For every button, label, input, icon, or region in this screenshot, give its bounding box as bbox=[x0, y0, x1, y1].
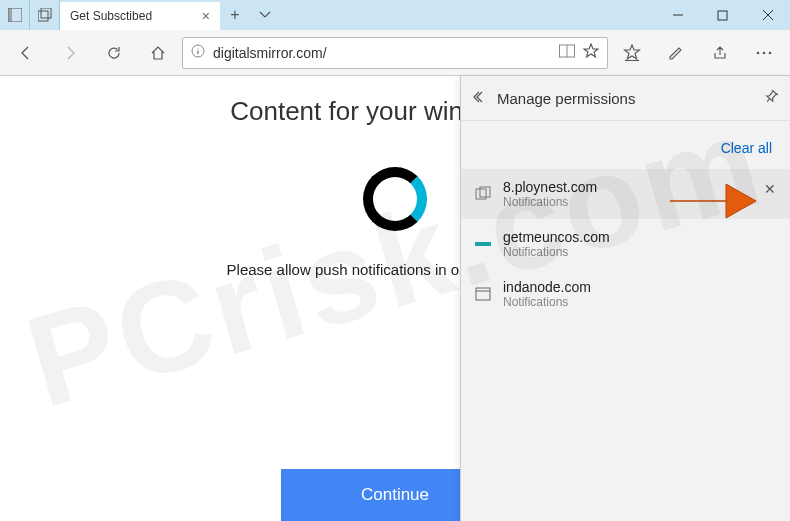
svg-point-17 bbox=[769, 51, 772, 54]
svg-rect-20 bbox=[475, 242, 491, 246]
more-icon[interactable] bbox=[744, 35, 784, 71]
address-bar[interactable]: digitalsmirror.com/ bbox=[182, 37, 608, 69]
minimize-button[interactable] bbox=[655, 0, 700, 30]
permission-text-wrap: 8.ploynest.com Notifications bbox=[503, 179, 597, 209]
site-icon bbox=[473, 184, 493, 204]
site-info-icon[interactable] bbox=[191, 44, 205, 61]
permission-domain: getmeuncos.com bbox=[503, 229, 610, 245]
permission-sub: Notifications bbox=[503, 245, 610, 259]
permission-item[interactable]: indanode.com Notifications bbox=[461, 269, 790, 319]
permission-sub: Notifications bbox=[503, 295, 591, 309]
remove-permission-icon[interactable]: ✕ bbox=[764, 181, 776, 197]
browser-toolbar: digitalsmirror.com/ bbox=[0, 30, 790, 76]
refresh-button[interactable] bbox=[94, 35, 134, 71]
permission-sub: Notifications bbox=[503, 195, 597, 209]
window-titlebar: Get Subsctibed × + bbox=[0, 0, 790, 30]
browser-tab[interactable]: Get Subsctibed × bbox=[60, 2, 220, 30]
maximize-button[interactable] bbox=[700, 0, 745, 30]
permission-text-wrap: getmeuncos.com Notifications bbox=[503, 229, 610, 259]
permission-domain: 8.ploynest.com bbox=[503, 179, 597, 195]
favorites-icon[interactable] bbox=[612, 35, 652, 71]
permissions-panel: Manage permissions Clear all 8.ploynest.… bbox=[460, 76, 790, 521]
site-icon bbox=[473, 234, 493, 254]
tab-actions-icon[interactable] bbox=[250, 0, 280, 30]
panel-back-icon[interactable] bbox=[473, 90, 487, 107]
set-aside-tabs-icon[interactable] bbox=[0, 0, 30, 30]
site-icon bbox=[473, 284, 493, 304]
svg-rect-5 bbox=[718, 11, 727, 20]
notes-icon[interactable] bbox=[656, 35, 696, 71]
tab-title: Get Subsctibed bbox=[70, 9, 152, 23]
panel-title: Manage permissions bbox=[497, 90, 635, 107]
home-button[interactable] bbox=[138, 35, 178, 71]
reading-view-icon[interactable] bbox=[559, 44, 575, 61]
back-button[interactable] bbox=[6, 35, 46, 71]
titlebar-left bbox=[0, 0, 60, 30]
forward-button[interactable] bbox=[50, 35, 90, 71]
svg-point-15 bbox=[757, 51, 760, 54]
show-tabs-icon[interactable] bbox=[30, 0, 60, 30]
pin-icon[interactable] bbox=[764, 90, 778, 107]
annotation-arrow-icon bbox=[670, 174, 756, 228]
svg-point-16 bbox=[763, 51, 766, 54]
svg-rect-21 bbox=[476, 288, 490, 300]
svg-rect-2 bbox=[38, 11, 48, 21]
svg-rect-3 bbox=[41, 8, 51, 18]
permission-domain: indanode.com bbox=[503, 279, 591, 295]
permission-text-wrap: indanode.com Notifications bbox=[503, 279, 591, 309]
panel-actions: Clear all bbox=[461, 121, 790, 169]
loading-spinner-icon bbox=[363, 167, 427, 231]
share-icon[interactable] bbox=[700, 35, 740, 71]
favorite-star-icon[interactable] bbox=[583, 43, 599, 62]
url-text: digitalsmirror.com/ bbox=[213, 45, 551, 61]
close-window-button[interactable] bbox=[745, 0, 790, 30]
window-controls bbox=[655, 0, 790, 30]
clear-all-link[interactable]: Clear all bbox=[721, 140, 772, 156]
close-tab-icon[interactable]: × bbox=[202, 8, 210, 24]
new-tab-button[interactable]: + bbox=[220, 0, 250, 30]
panel-header: Manage permissions bbox=[461, 76, 790, 121]
svg-rect-1 bbox=[8, 8, 12, 22]
